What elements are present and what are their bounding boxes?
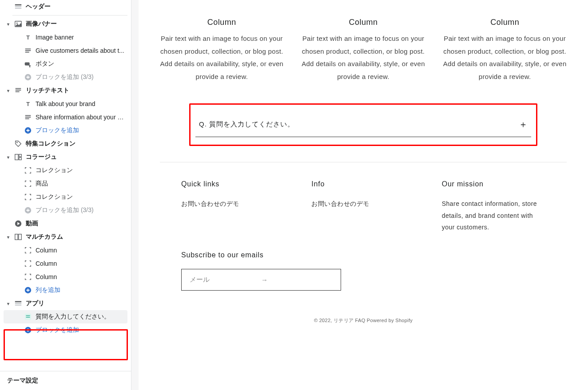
- column-title: Column: [443, 18, 567, 27]
- section-header[interactable]: ヘッダー: [4, 0, 127, 13]
- section-label: 動画: [26, 220, 38, 228]
- svg-rect-2: [15, 8, 21, 9]
- svg-rect-13: [16, 91, 20, 92]
- subscribe-title: Subscribe to our emails: [181, 251, 545, 259]
- section-image-banner[interactable]: ▾ 画像バナー: [4, 17, 127, 31]
- block-button[interactable]: ボタン: [4, 57, 127, 71]
- svg-rect-7: [25, 50, 31, 51]
- block-column[interactable]: Column: [4, 244, 127, 257]
- footer-col-title: Our mission: [442, 180, 545, 188]
- frame-icon: [24, 246, 32, 254]
- block-label: 商品: [36, 180, 48, 188]
- column-text: Pair text with an image to focus on your…: [443, 32, 567, 83]
- section-collage[interactable]: ▾ コラージュ: [4, 150, 127, 164]
- add-block-disabled: ブロックを追加 (3/3): [4, 71, 127, 84]
- plus-icon[interactable]: ＋: [519, 118, 528, 130]
- arrow-right-icon[interactable]: →: [261, 276, 333, 284]
- add-column-button[interactable]: 列を追加: [4, 284, 127, 297]
- theme-preview: Column Pair text with an image to focus …: [131, 0, 588, 390]
- column-text: Pair text with an image to focus on your…: [302, 32, 425, 83]
- copyright-year: © 2022,: [314, 318, 334, 323]
- footer-link[interactable]: お問い合わせのデモ: [311, 200, 369, 207]
- spacer: [5, 221, 11, 226]
- section-label: マルチカラム: [26, 233, 63, 241]
- footer-link[interactable]: お問い合わせのデモ: [181, 200, 239, 207]
- footer-subscribe: Subscribe to our emails メール →: [181, 251, 545, 291]
- add-block-button[interactable]: ブロックを追加: [4, 124, 127, 137]
- email-input[interactable]: メール →: [181, 269, 341, 291]
- svg-rect-28: [15, 301, 21, 303]
- column-title: Column: [160, 18, 284, 27]
- column-3[interactable]: Column Pair text with an image to focus …: [443, 18, 567, 83]
- tag-icon: [14, 140, 22, 148]
- add-block-button[interactable]: ブロックを追加: [4, 323, 127, 337]
- section-featured-collection[interactable]: 特集コレクション: [4, 137, 127, 150]
- block-text[interactable]: Share information about your b...: [4, 110, 127, 124]
- footer-copyright: © 2022, リテリア FAQ Powered by Shopify: [181, 317, 545, 324]
- block-text[interactable]: Give customers details about t...: [4, 44, 127, 57]
- block-label: Column: [36, 247, 57, 254]
- block-label: Column: [36, 260, 57, 267]
- section-multicolumn[interactable]: ▾ マルチカラム: [4, 230, 127, 244]
- block-column[interactable]: Column: [4, 257, 127, 270]
- block-label: Column: [36, 273, 57, 280]
- svg-rect-12: [16, 90, 21, 91]
- footer-section: Quick links お問い合わせのデモ Info お問い合わせのデモ Our…: [160, 162, 567, 333]
- block-product[interactable]: 商品: [4, 177, 127, 190]
- paragraph-icon: [24, 113, 32, 121]
- block-faq-question[interactable]: 質問を入力してください。: [4, 310, 127, 323]
- plus-circle-icon: [24, 126, 32, 134]
- block-label: コレクション: [36, 166, 73, 174]
- faq-question-text: Q. 質問を入力してください。: [199, 120, 294, 129]
- column-text: Pair text with an image to focus on your…: [160, 32, 284, 83]
- theme-settings-button[interactable]: テーマ設定: [0, 371, 131, 390]
- frame-icon: [24, 273, 32, 281]
- section-video[interactable]: 動画: [4, 217, 127, 230]
- block-label: コレクション: [36, 193, 73, 201]
- svg-rect-6: [25, 49, 31, 50]
- svg-text:T: T: [26, 101, 30, 107]
- svg-rect-0: [15, 4, 21, 6]
- block-column[interactable]: Column: [4, 270, 127, 284]
- frame-icon: [24, 193, 32, 201]
- theme-settings-label: テーマ設定: [7, 377, 38, 384]
- footer-mission: Our mission Share contact information, s…: [442, 180, 545, 233]
- block-label: 質問を入力してください。: [36, 313, 110, 321]
- button-icon: [24, 60, 32, 68]
- caret-down-icon: ▾: [5, 301, 11, 306]
- block-label: Image banner: [36, 34, 74, 41]
- svg-rect-25: [15, 234, 18, 240]
- header-icon: [14, 3, 22, 11]
- column-1[interactable]: Column Pair text with an image to focus …: [160, 18, 284, 83]
- add-block-label: ブロックを追加: [36, 126, 79, 134]
- caret-down-icon: ▾: [5, 21, 11, 27]
- svg-rect-16: [25, 117, 31, 118]
- svg-text:T: T: [26, 35, 30, 41]
- section-rich-text[interactable]: ▾ リッチテキスト: [4, 84, 127, 97]
- block-image-banner[interactable]: T Image banner: [4, 31, 127, 44]
- svg-rect-9: [25, 62, 30, 65]
- faq-section[interactable]: Q. 質問を入力してください。 ＋: [191, 105, 536, 144]
- frame-icon: [24, 260, 32, 268]
- divider: [12, 15, 127, 16]
- section-label: ヘッダー: [26, 3, 51, 11]
- block-label: ボタン: [36, 60, 54, 68]
- block-heading[interactable]: T Talk about your brand: [4, 97, 127, 110]
- svg-rect-32: [26, 315, 30, 316]
- svg-rect-26: [19, 234, 21, 240]
- section-label: 画像バナー: [26, 20, 57, 28]
- block-collection[interactable]: コレクション: [4, 190, 127, 204]
- multicolumn-section: Column Pair text with an image to focus …: [160, 18, 567, 83]
- frame-icon: [24, 180, 32, 188]
- store-link[interactable]: リテリア FAQ: [334, 318, 365, 323]
- caret-down-icon: ▾: [5, 154, 11, 160]
- svg-rect-33: [26, 317, 30, 318]
- column-title: Column: [302, 18, 425, 27]
- section-apps[interactable]: ▾ アプリ: [4, 297, 127, 310]
- heading-icon: T: [24, 100, 32, 108]
- faq-accordion-item[interactable]: Q. 質問を入力してください。 ＋: [195, 112, 531, 137]
- paragraph-icon: [24, 47, 32, 55]
- section-label: 特集コレクション: [26, 140, 75, 148]
- column-2[interactable]: Column Pair text with an image to focus …: [302, 18, 425, 83]
- block-collection[interactable]: コレクション: [4, 164, 127, 177]
